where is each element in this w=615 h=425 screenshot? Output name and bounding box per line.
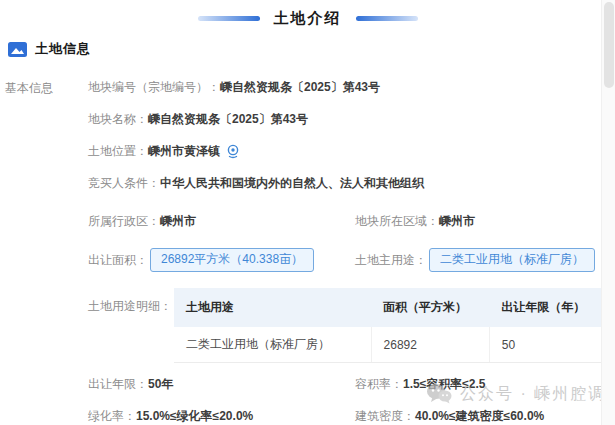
page-title: 土地介绍 [274, 9, 342, 28]
field-row-districts: 所属行政区： 嵊州市 地块所在区域： 嵊州市 [88, 212, 612, 230]
land-use-table-header-row: 土地用途 面积（平方米） 出让年限（年） [174, 288, 612, 327]
field-primary-use: 土地主用途： 二类工业用地（标准厂房） [355, 248, 612, 272]
location-label: 土地位置： [88, 143, 148, 160]
field-admin-district: 所属行政区： 嵊州市 [88, 213, 355, 230]
cell-area: 26892 [371, 327, 489, 363]
admin-district-label: 所属行政区： [88, 213, 160, 230]
plot-code-label: 地块编号（宗地编号）： [88, 79, 220, 96]
land-use-table: 土地用途 面积（平方米） 出让年限（年） 二类工业用地（标准厂房） 26892 … [174, 288, 612, 363]
plot-district-value: 嵊州市 [439, 213, 475, 230]
plot-code-value: 嵊自然资规条〔2025〕第43号 [220, 79, 380, 96]
cell-land-use: 二类工业用地（标准厂房） [174, 327, 371, 363]
building-density-label: 建筑密度： [355, 408, 415, 425]
fields-area: 地块编号（宗地编号）： 嵊自然资规条〔2025〕第43号 地块名称： 嵊自然资规… [88, 78, 615, 425]
col-header-area: 面积（平方米） [371, 288, 489, 327]
primary-use-label: 土地主用途： [355, 252, 427, 269]
greening-rate-label: 绿化率： [88, 408, 136, 425]
plot-ratio-value: 1.5≤容积率≤2.5 [403, 376, 486, 393]
plot-name-label: 地块名称： [88, 111, 148, 128]
greening-rate-value: 15.0%≤绿化率≤20.0% [136, 408, 253, 425]
cell-term: 50 [489, 327, 612, 363]
page-header: 土地介绍 [0, 0, 615, 28]
basic-info-label: 基本信息 [0, 78, 88, 425]
transfer-term-value: 50年 [148, 376, 173, 393]
field-row-area-use: 出让面积： 26892平方米（40.338亩） 土地主用途： 二类工业用地（标准… [88, 248, 612, 272]
table-row: 二类工业用地（标准厂房） 26892 50 [174, 327, 612, 363]
scrollbar-thumb[interactable] [604, 2, 614, 88]
field-plot-ratio: 容积率： 1.5≤容积率≤2.5 [355, 376, 612, 393]
bidder-requirements-label: 竞买人条件： [88, 175, 160, 192]
basic-info-section: 基本信息 地块编号（宗地编号）： 嵊自然资规条〔2025〕第43号 地块名称： … [0, 78, 615, 425]
field-row-green-density: 绿化率： 15.0%≤绿化率≤20.0% 建筑密度： 40.0%≤建筑密度≤60… [88, 407, 612, 425]
col-header-term: 出让年限（年） [489, 288, 612, 327]
field-building-density: 建筑密度： 40.0%≤建筑密度≤60.0% [355, 408, 612, 425]
title-decor-left [198, 16, 260, 21]
field-plot-district: 地块所在区域： 嵊州市 [355, 213, 612, 230]
col-header-land-use: 土地用途 [174, 288, 371, 327]
field-greening-rate: 绿化率： 15.0%≤绿化率≤20.0% [88, 408, 355, 425]
field-location: 土地位置： 嵊州市黄泽镇 [88, 142, 612, 160]
field-transfer-term: 出让年限： 50年 [88, 376, 355, 393]
plot-ratio-label: 容积率： [355, 376, 403, 393]
land-image-icon [8, 42, 27, 57]
plot-district-label: 地块所在区域： [355, 213, 439, 230]
field-use-detail: 土地用途明细： 土地用途 面积（平方米） 出让年限（年） 二类工业用地（标准厂房… [88, 288, 612, 363]
section-title: 土地信息 [35, 40, 91, 58]
section-heading: 土地信息 [8, 40, 615, 58]
building-density-value: 40.0%≤建筑密度≤60.0% [415, 408, 544, 425]
transfer-area-label: 出让面积： [88, 252, 148, 269]
field-plot-code: 地块编号（宗地编号）： 嵊自然资规条〔2025〕第43号 [88, 78, 612, 96]
field-row-term-ratio: 出让年限： 50年 容积率： 1.5≤容积率≤2.5 [88, 375, 612, 393]
transfer-term-label: 出让年限： [88, 376, 148, 393]
title-decor-right [356, 16, 418, 21]
plot-name-value: 嵊自然资规条〔2025〕第43号 [148, 111, 308, 128]
field-plot-name: 地块名称： 嵊自然资规条〔2025〕第43号 [88, 110, 612, 128]
location-value: 嵊州市黄泽镇 [148, 143, 220, 160]
field-bidder-requirements: 竞买人条件： 中华人民共和国境内外的自然人、法人和其他组织 [88, 174, 612, 192]
field-transfer-area: 出让面积： 26892平方米（40.338亩） [88, 248, 355, 272]
transfer-area-badge: 26892平方米（40.338亩） [150, 248, 314, 272]
use-detail-label: 土地用途明细： [88, 288, 172, 315]
scrollbar[interactable] [601, 0, 615, 425]
land-intro-page: 土地介绍 土地信息 基本信息 地块编号（宗地编号）： 嵊自然资规条〔2025〕第… [0, 0, 615, 425]
primary-use-badge: 二类工业用地（标准厂房） [429, 248, 595, 272]
bidder-requirements-value: 中华人民共和国境内外的自然人、法人和其他组织 [160, 175, 424, 192]
admin-district-value: 嵊州市 [160, 213, 196, 230]
location-pin-icon[interactable] [226, 144, 240, 159]
